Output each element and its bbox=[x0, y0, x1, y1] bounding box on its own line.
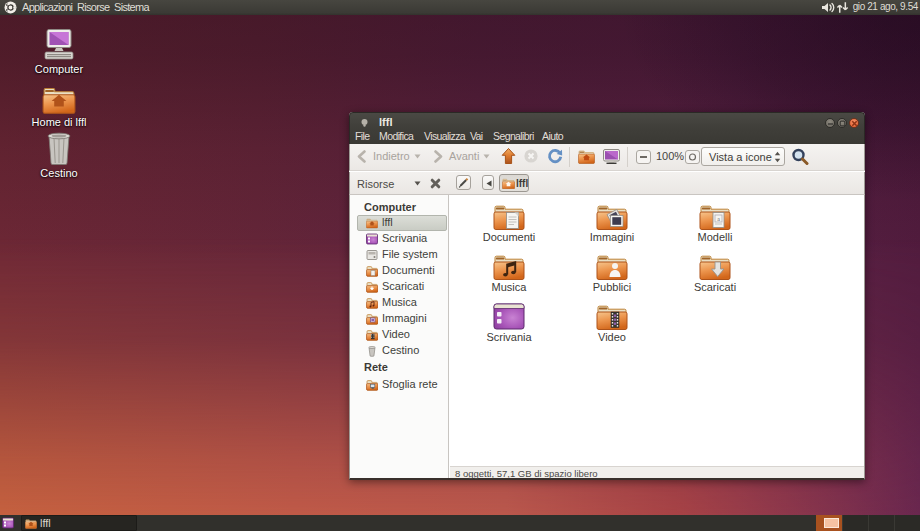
svg-text:a: a bbox=[717, 216, 720, 222]
